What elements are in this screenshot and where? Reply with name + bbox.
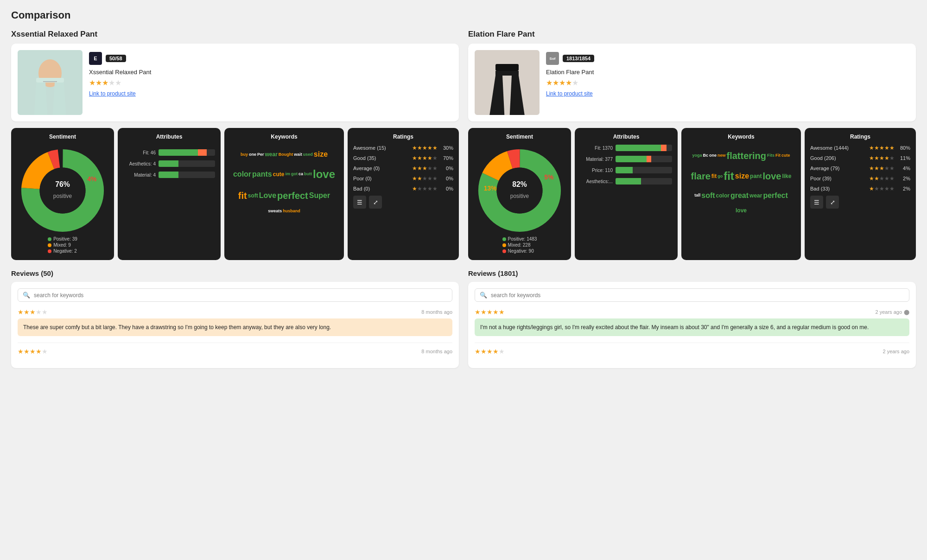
reviews-scroll-right: ★★★★★ 2 years ago ⬤ I'm not a huge right… xyxy=(475,308,909,355)
sentiment-title-left: Sentiment xyxy=(17,134,108,140)
reviews-card-right: 🔍 ★★★★★ 2 years ago ⬤ I'm not a huge rig… xyxy=(468,282,916,368)
attr-label-2-right: Price: 110 xyxy=(580,168,613,173)
ratings-card-right: Ratings Awesome (1444)★★★★★80% Good (206… xyxy=(805,128,916,260)
search-input-right[interactable] xyxy=(491,292,904,299)
attributes-title-right: Attributes xyxy=(580,134,672,140)
expand-btn-left[interactable]: ⤢ xyxy=(369,196,382,209)
review-stars-right-1: ★★★★★ xyxy=(475,348,505,355)
attr-label-3-right: Aesthetics:... xyxy=(580,179,613,184)
svg-text:82%: 82% xyxy=(512,180,527,188)
product-link-right[interactable]: Link to product site xyxy=(546,90,593,97)
donut-right: 82% positive 13% 5% Positive: 1483 Mixed… xyxy=(474,145,565,255)
sentiment-card-left: Sentiment 76% positive 18% xyxy=(11,128,114,260)
donut-legend-right: Positive: 1483 Mixed: 228 Negative: 90 xyxy=(502,236,537,255)
reviews-section-right: Reviews (1801) 🔍 ★★★★★ 2 years ago ⬤ I'm… xyxy=(468,269,916,368)
sentiment-title-right: Sentiment xyxy=(474,134,565,140)
review-count-badge-right: 1813/1854 xyxy=(563,55,594,62)
keywords-cloud-right: yoga Bc one new flattering Fits Fit cute… xyxy=(687,145,795,219)
ratings-list-left: Awesome (15)★★★★★30% Good (35)★★★★★70% A… xyxy=(353,145,453,192)
product-image-left xyxy=(18,50,83,115)
attr-label-0-left: Fit: 46 xyxy=(123,150,156,155)
attr-label-2-left: Material: 4 xyxy=(123,172,156,178)
search-icon-right: 🔍 xyxy=(480,292,487,299)
keywords-card-right: Keywords yoga Bc one new flattering Fits… xyxy=(681,128,801,260)
donut-legend-left: Positive: 39 Mixed: 9 Negative: 2 xyxy=(48,236,77,255)
review-count-badge-left: 50/58 xyxy=(106,55,126,62)
svg-rect-14 xyxy=(495,71,519,76)
svg-text:76%: 76% xyxy=(55,180,70,188)
comparison-grid: Xssential Relaxed Pant xyxy=(11,30,916,368)
analytics-row-left: Sentiment 76% positive 18% xyxy=(11,128,459,260)
review-item-right-0: ★★★★★ 2 years ago ⬤ I'm not a huge right… xyxy=(475,308,909,336)
review-item-left-0: ★★★★★ 8 months ago These are super comfy… xyxy=(18,308,452,336)
attributes-bars-right: Fit: 1370 Material: 377 Price: 110 Aesth… xyxy=(580,145,672,185)
product-link-left[interactable]: Link to product site xyxy=(89,90,136,97)
attributes-card-left: Attributes Fit: 46 Aesthetics: 4 Materia… xyxy=(118,128,221,260)
reviews-scroll-left: ★★★★★ 8 months ago These are super comfy… xyxy=(18,308,452,355)
attributes-bars-left: Fit: 46 Aesthetics: 4 Material: 4 xyxy=(123,149,215,178)
attributes-card-right: Attributes Fit: 1370 Material: 377 Price… xyxy=(575,128,678,260)
review-body-right-0: I'm not a huge rights/leggings girl, so … xyxy=(475,318,909,336)
svg-point-7 xyxy=(40,168,86,214)
review-date-left-0: 8 months ago xyxy=(421,309,452,315)
reviews-title-right: Reviews (1801) xyxy=(468,269,916,277)
analytics-row-right: Sentiment 82% positive 13% 5% xyxy=(468,128,916,260)
svg-text:13%: 13% xyxy=(484,185,497,192)
review-date-right-1: 2 years ago xyxy=(883,349,909,354)
donut-left: 76% positive 18% 4% Positive: 39 Mixed: … xyxy=(17,145,108,255)
product-card-left: E 50/58 Xssential Relaxed Pant ★★★★★ Lin… xyxy=(11,44,459,121)
product-icon-badge-right: Sof xyxy=(546,52,559,65)
search-row-right: 🔍 xyxy=(475,288,909,302)
review-item-left-1: ★★★★★ 8 months ago xyxy=(18,348,452,355)
card-footer-right: ☰ ⤢ xyxy=(810,196,910,209)
product-section-right: Elation Flare Pant xyxy=(468,30,916,368)
review-date-right-0: 2 years ago ⬤ xyxy=(876,309,909,315)
badge-row-left: E 50/58 xyxy=(89,52,452,65)
product-name-right: Elation Flare Pant xyxy=(468,30,916,39)
card-footer-left: ☰ ⤢ xyxy=(353,196,453,209)
product-name-left: Xssential Relaxed Pant xyxy=(11,30,459,39)
stars-right: ★★★★★ xyxy=(546,78,909,87)
search-row-left: 🔍 xyxy=(18,288,452,302)
badge-row-right: Sof 1813/1854 xyxy=(546,52,909,65)
svg-text:positive: positive xyxy=(510,193,529,199)
stars-left: ★★★★★ xyxy=(89,78,452,87)
filter-btn-left[interactable]: ☰ xyxy=(353,196,366,209)
sentiment-card-right: Sentiment 82% positive 13% 5% xyxy=(468,128,571,260)
product-info-right: Sof 1813/1854 Elation Flare Pant ★★★★★ L… xyxy=(546,50,909,97)
svg-text:positive: positive xyxy=(53,193,72,199)
attributes-title-left: Attributes xyxy=(123,134,215,140)
review-stars-right-0: ★★★★★ xyxy=(475,308,505,316)
donut-chart-left: 76% positive 18% 4% xyxy=(17,145,108,236)
ratings-title-right: Ratings xyxy=(810,134,910,140)
keywords-title-right: Keywords xyxy=(687,134,795,140)
expand-btn-right[interactable]: ⤢ xyxy=(826,196,839,209)
attr-label-0-right: Fit: 1370 xyxy=(580,146,613,151)
product-card-right: Sof 1813/1854 Elation Flare Pant ★★★★★ L… xyxy=(468,44,916,121)
review-date-left-1: 8 months ago xyxy=(421,349,452,354)
keywords-title-left: Keywords xyxy=(230,134,338,140)
search-icon-left: 🔍 xyxy=(23,292,30,299)
product-img-svg-right xyxy=(475,50,540,115)
product-section-left: Xssential Relaxed Pant xyxy=(11,30,459,368)
svg-point-18 xyxy=(497,168,543,214)
product-title-left: Xssential Relaxed Pant xyxy=(89,69,452,76)
product-icon-badge-left: E xyxy=(89,52,102,65)
search-input-left[interactable] xyxy=(34,292,447,299)
svg-text:5%: 5% xyxy=(544,173,553,181)
review-stars-left-0: ★★★★★ xyxy=(18,308,48,316)
product-info-left: E 50/58 Xssential Relaxed Pant ★★★★★ Lin… xyxy=(89,50,452,97)
reviews-title-left: Reviews (50) xyxy=(11,269,459,277)
product-image-right xyxy=(475,50,540,115)
filter-btn-right[interactable]: ☰ xyxy=(810,196,823,209)
svg-rect-13 xyxy=(495,64,519,71)
review-stars-left-1: ★★★★★ xyxy=(18,348,48,355)
product-title-right: Elation Flare Pant xyxy=(546,69,909,76)
avatar-indicator: ⬤ xyxy=(904,309,909,315)
page-container: Comparison Xssential Relaxed Pant xyxy=(0,0,927,377)
review-body-left-0: These are super comfy but a bit large. T… xyxy=(18,318,452,336)
attr-label-1-left: Aesthetics: 4 xyxy=(123,161,156,166)
review-item-right-1: ★★★★★ 2 years ago xyxy=(475,348,909,355)
reviews-section-left: Reviews (50) 🔍 ★★★★★ 8 months ago These … xyxy=(11,269,459,368)
svg-text:4%: 4% xyxy=(87,175,96,183)
